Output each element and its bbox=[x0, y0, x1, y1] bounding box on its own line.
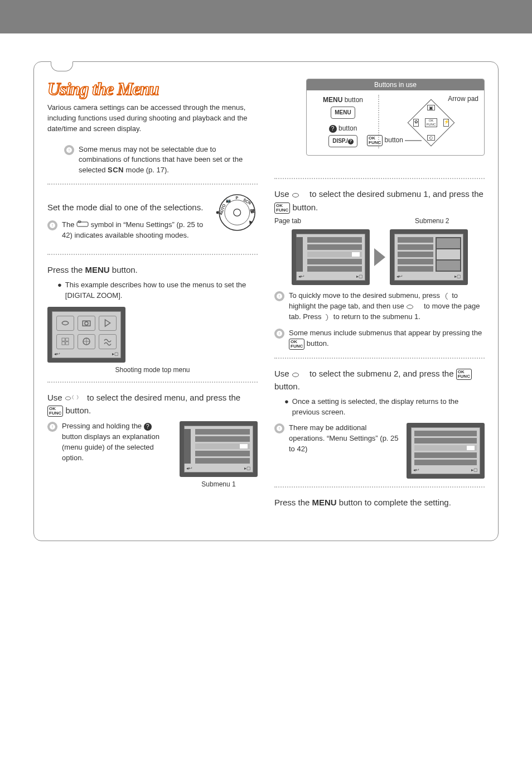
pagetab-label: Page tab bbox=[274, 217, 380, 225]
fig1-caption: Shooting mode top menu bbox=[47, 366, 258, 374]
menu-icon bbox=[78, 316, 95, 331]
left-column: Using the Menu Various camera settings c… bbox=[47, 79, 258, 513]
up-down-icon bbox=[406, 301, 422, 312]
mode-dial-icon: P SCN 🎥 ▶ 📷 AUTO bbox=[213, 190, 258, 235]
step3-note-a: Pressing and holding the bbox=[62, 422, 144, 430]
scn-label: SCN bbox=[108, 166, 124, 174]
step2-heading: Press the MENU button. bbox=[47, 264, 258, 277]
warning-icon bbox=[47, 422, 57, 432]
svg-text:P: P bbox=[235, 195, 239, 200]
menu-icon bbox=[99, 334, 117, 349]
submenu2-screen: ◂↩▸▢ bbox=[390, 229, 468, 285]
page-title: Using the Menu bbox=[47, 79, 258, 99]
ok-func-icon: OKFUNC bbox=[367, 135, 383, 146]
warning-icon bbox=[47, 220, 57, 230]
step6-heading: Press the MENU button to complete the se… bbox=[274, 496, 485, 509]
svg-text:SCN: SCN bbox=[242, 197, 252, 206]
arrow-pad-icon bbox=[65, 392, 85, 404]
step1-heading: Set the mode dial to one of the selectio… bbox=[47, 201, 206, 214]
step5-bullet: ● Once a setting is selected, the displa… bbox=[284, 397, 485, 418]
top-note: Some menus may not be selectable due to … bbox=[64, 144, 258, 176]
menu-icon bbox=[56, 316, 74, 331]
submenu2-label: Submenu 2 bbox=[380, 217, 485, 225]
help-icon: ? bbox=[144, 423, 152, 431]
warning-icon bbox=[274, 329, 284, 339]
right-icon bbox=[323, 312, 331, 322]
divider bbox=[274, 486, 485, 488]
ok-func-icon: OKFUNC bbox=[47, 406, 63, 417]
ok-func-icon: OKFUNC bbox=[274, 202, 290, 214]
svg-rect-15 bbox=[66, 338, 69, 341]
menu-icon bbox=[56, 334, 74, 349]
arrow-pad-icon: OKFUNC ▣ ⏲ ✿ ⚡ bbox=[414, 106, 448, 139]
svg-point-3 bbox=[225, 200, 250, 225]
top-note-text-b: mode (p. 17). bbox=[124, 166, 169, 174]
ok-func-icon: OKFUNC bbox=[289, 339, 304, 350]
step3-heading: Use to select the desired menu, and pres… bbox=[47, 392, 258, 417]
divider bbox=[47, 184, 258, 185]
warning-icon bbox=[64, 145, 74, 155]
step3-note-b: button displays an explanation (menu gui… bbox=[62, 432, 159, 462]
arrow-right-icon bbox=[374, 248, 385, 266]
svg-text:📷: 📷 bbox=[226, 198, 231, 203]
shooting-menu-figure: ◂↩▸▢ bbox=[47, 307, 125, 363]
submenu1-figure: ◂↩▸▢ bbox=[180, 421, 258, 477]
divider bbox=[274, 358, 485, 359]
svg-text:AUTO: AUTO bbox=[218, 203, 227, 215]
ok-func-icon: OKFUNC bbox=[456, 369, 472, 380]
menu-icon bbox=[78, 334, 95, 349]
step2-bullet: ● This example describes how to use the … bbox=[57, 280, 258, 301]
disp-button-icon: DISP./? bbox=[328, 135, 357, 147]
svg-point-5 bbox=[234, 209, 241, 216]
step4-heading: Use to select the desired submenu 1, and… bbox=[274, 188, 485, 214]
divider bbox=[47, 254, 258, 255]
step5-heading: Use to select the submenu 2, and press t… bbox=[274, 368, 485, 393]
svg-rect-17 bbox=[66, 342, 69, 345]
submenu1-screen: ◂↩▸▢ bbox=[292, 229, 370, 285]
page-body: Using the Menu Various camera settings c… bbox=[0, 33, 532, 597]
step4-figure: ◂↩▸▢ ◂↩▸▢ bbox=[274, 229, 485, 285]
buttons-in-use-panel: Buttons in use MENU button MENU ? button… bbox=[306, 79, 485, 156]
up-down-icon bbox=[292, 189, 307, 201]
warning-icon bbox=[274, 423, 284, 433]
step5-figure: ◂↩▸▢ bbox=[407, 423, 485, 479]
warning-icon bbox=[274, 291, 284, 301]
shooting-mode-icon bbox=[76, 220, 89, 230]
fig2-caption: Submenu 1 bbox=[180, 480, 258, 488]
frame-notch bbox=[51, 61, 73, 71]
divider bbox=[47, 382, 258, 383]
step5-note: There may be additional operations. “Men… bbox=[289, 423, 400, 455]
header-bar bbox=[0, 0, 532, 33]
divider bbox=[274, 178, 485, 179]
right-column: Buttons in use MENU button MENU ? button… bbox=[274, 79, 485, 513]
intro-text: Various camera settings can be accessed … bbox=[47, 103, 258, 134]
left-icon bbox=[442, 291, 450, 301]
biu-title: Buttons in use bbox=[307, 79, 484, 90]
svg-rect-14 bbox=[62, 338, 65, 341]
content-frame: Using the Menu Various camera settings c… bbox=[33, 61, 499, 541]
up-down-icon bbox=[292, 368, 307, 381]
menu-button-icon: MENU bbox=[331, 107, 355, 119]
menu-icon bbox=[99, 316, 117, 331]
help-icon: ? bbox=[329, 125, 337, 133]
step1-note-a: The bbox=[62, 220, 76, 229]
svg-point-13 bbox=[85, 322, 88, 325]
svg-rect-16 bbox=[62, 342, 65, 345]
